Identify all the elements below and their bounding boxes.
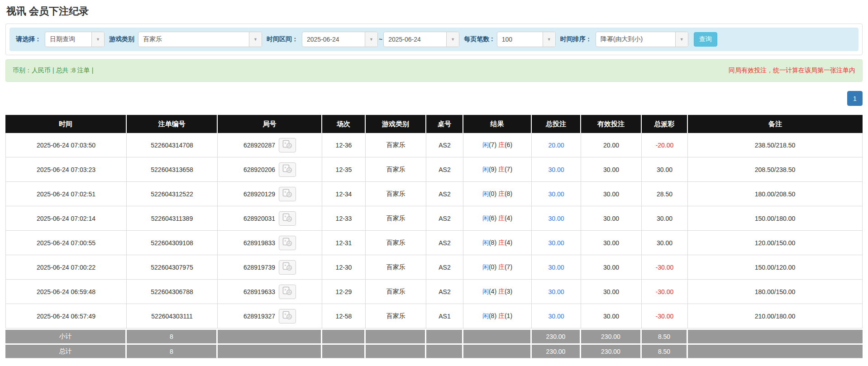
date-to-select[interactable]: 2025-06-24 ▼ xyxy=(383,32,459,47)
date-from-select[interactable]: 2025-06-24 ▼ xyxy=(302,32,378,47)
chevron-down-icon: ▼ xyxy=(249,32,262,47)
query-button[interactable]: 查询 xyxy=(694,32,717,47)
page-size-label: 每页笔数 : xyxy=(464,35,493,43)
date-range-separator: ~ xyxy=(379,36,382,43)
result-banker-score: (4) xyxy=(505,239,512,246)
cell-result: 闲(9) 庄(7) xyxy=(463,157,532,182)
cell-table-no: AS2 xyxy=(426,255,463,280)
col-table-no: 桌号 xyxy=(426,115,463,133)
video-replay-button[interactable] xyxy=(279,260,296,275)
video-replay-button[interactable] xyxy=(279,162,296,177)
cell-session: 12-36 xyxy=(322,133,366,157)
col-session: 场次 xyxy=(322,115,366,133)
cell-total-bet: 30.00 xyxy=(532,206,581,231)
date-to-value: 2025-06-24 xyxy=(384,32,446,47)
cell-bet-no: 522604303111 xyxy=(127,304,218,328)
result-player-score: (9) xyxy=(489,166,498,173)
sort-order-value: 降幂(由大到小) xyxy=(596,32,675,47)
cell-valid-bet: 30.00 xyxy=(581,182,642,206)
result-player-label: 闲 xyxy=(482,288,489,295)
bet-records-table: 时间 注单编号 局号 场次 游戏类别 桌号 结果 总投注 有效投注 总派彩 备注… xyxy=(5,115,863,358)
result-banker-score: (7) xyxy=(505,263,512,271)
col-total-bet: 总投注 xyxy=(532,115,581,133)
cell-bet-no: 522604307975 xyxy=(127,255,218,280)
cell-session: 12-35 xyxy=(322,157,366,182)
video-replay-button[interactable] xyxy=(279,236,296,250)
cell-session: 12-33 xyxy=(322,206,366,231)
cell-valid-bet: 30.00 xyxy=(581,157,642,182)
game-no-value: 628919327 xyxy=(243,313,275,320)
cell-game-type: 百家乐 xyxy=(366,231,426,255)
cell-game-no: 628920206 xyxy=(218,157,322,182)
result-player-label: 闲 xyxy=(482,141,489,148)
cell-table-no: AS1 xyxy=(426,304,463,328)
sort-order-select[interactable]: 降幂(由大到小) ▼ xyxy=(596,32,688,47)
table-row: 2025-06-24 07:03:50522604314708628920287… xyxy=(5,133,863,157)
total-row-valid-bet: 230.00 xyxy=(581,343,642,358)
video-replay-button[interactable] xyxy=(279,309,296,323)
game-no-value: 628920031 xyxy=(243,215,275,222)
cell-time: 2025-06-24 07:02:14 xyxy=(5,206,127,231)
total-bet-link[interactable]: 30.00 xyxy=(548,215,564,222)
total-bet-link[interactable]: 30.00 xyxy=(548,264,564,271)
total-row-label: 总计 xyxy=(5,343,127,358)
result-banker-score: (8) xyxy=(505,190,512,197)
game-no-value: 628920206 xyxy=(243,166,275,173)
page-size-select[interactable]: 100 ▼ xyxy=(497,32,556,47)
date-type-select[interactable]: 日期查询 ▼ xyxy=(45,32,105,47)
table-row: 2025-06-24 06:57:49522604303111628919327… xyxy=(5,304,863,328)
cell-payout: -30.00 xyxy=(642,304,688,328)
col-time: 时间 xyxy=(5,115,127,133)
cell-time: 2025-06-24 07:03:23 xyxy=(5,157,127,182)
cell-remark: 210.00/180.00 xyxy=(688,304,863,328)
total-bet-link[interactable]: 30.00 xyxy=(548,239,564,247)
cell-game-no: 628920031 xyxy=(218,206,322,231)
total-row-remark xyxy=(688,343,863,358)
result-banker-label: 庄 xyxy=(498,312,505,319)
result-player-score: (8) xyxy=(489,239,498,246)
film-reel-icon xyxy=(282,286,292,297)
cell-valid-bet: 30.00 xyxy=(581,304,642,328)
col-payout: 总派彩 xyxy=(642,115,688,133)
cell-remark: 150.00/180.00 xyxy=(688,206,863,231)
notice-warning-text: 同局有效投注，统一计算在该局第一张注单内 xyxy=(729,67,855,75)
date-from-value: 2025-06-24 xyxy=(302,32,365,47)
subtotal-row-label: 小计 xyxy=(5,328,127,343)
game-no-value: 628919633 xyxy=(243,288,275,295)
sort-order-label: 时间排序： xyxy=(560,35,592,43)
cell-result: 闲(0) 庄(8) xyxy=(463,182,532,206)
result-player-score: (4) xyxy=(489,288,498,295)
film-reel-icon xyxy=(282,140,292,150)
cell-total-bet: 30.00 xyxy=(532,231,581,255)
filter-panel: 请选择： 日期查询 ▼ 游戏类别 百家乐 ▼ 时间区间： 2025-06-24 … xyxy=(5,24,863,55)
total-bet-link[interactable]: 30.00 xyxy=(548,166,564,173)
col-valid-bet: 有效投注 xyxy=(581,115,642,133)
total-bet-link[interactable]: 30.00 xyxy=(548,313,564,320)
video-replay-button[interactable] xyxy=(279,285,296,299)
result-player-label: 闲 xyxy=(482,263,489,271)
result-player-label: 闲 xyxy=(482,312,489,319)
cell-game-type: 百家乐 xyxy=(366,255,426,280)
cell-session: 12-58 xyxy=(322,304,366,328)
chevron-down-icon: ▼ xyxy=(675,32,688,47)
video-replay-button[interactable] xyxy=(279,187,296,201)
cell-bet-no: 522604309108 xyxy=(127,231,218,255)
subtotal-row-total-bet: 230.00 xyxy=(532,328,581,343)
cell-table-no: AS2 xyxy=(426,231,463,255)
notice-bar: 币别：人民币 | 总共 :8 注单 | 同局有效投注，统一计算在该局第一张注单内 xyxy=(5,59,863,82)
pagination: 1 xyxy=(5,82,863,115)
game-type-label: 游戏类别 xyxy=(109,35,134,43)
subtotal-row-result xyxy=(463,328,532,343)
result-banker-label: 庄 xyxy=(498,214,505,222)
total-bet-link[interactable]: 30.00 xyxy=(548,288,564,295)
chevron-down-icon: ▼ xyxy=(446,32,459,47)
video-replay-button[interactable] xyxy=(279,211,296,226)
subtotal-row-payout: 8.50 xyxy=(642,328,688,343)
cell-valid-bet: 30.00 xyxy=(581,231,642,255)
pagination-page-1[interactable]: 1 xyxy=(847,91,863,106)
video-replay-button[interactable] xyxy=(279,138,296,152)
game-type-select[interactable]: 百家乐 ▼ xyxy=(138,32,262,47)
total-bet-link[interactable]: 20.00 xyxy=(548,142,564,149)
result-player-score: (0) xyxy=(489,190,498,197)
total-bet-link[interactable]: 30.00 xyxy=(548,190,564,198)
